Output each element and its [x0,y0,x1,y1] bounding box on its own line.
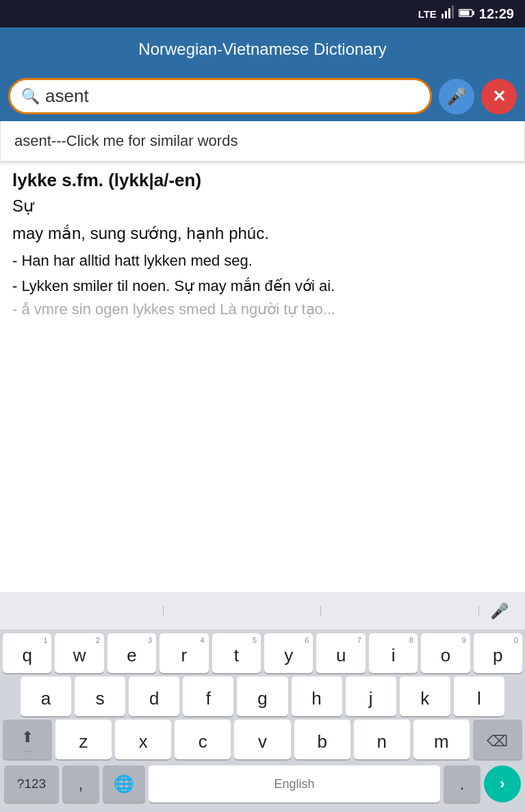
battery-icon [459,7,475,21]
key-a[interactable]: a [21,676,71,716]
dict-content: lykke s.fm. (lykk|a/-en) Sự may mắn, sun… [0,162,525,327]
key-y[interactable]: 6y [264,633,313,673]
key-c[interactable]: c [175,720,231,759]
mic-button[interactable]: 🎤 [439,79,474,114]
suggestion-word-3[interactable] [321,606,479,617]
svg-rect-5 [459,10,469,15]
key-i[interactable]: 8i [369,633,418,673]
key-x[interactable]: x [115,720,171,759]
mic-icon: 🎤 [446,87,467,106]
suggestions-row: 🎤 [0,592,525,631]
backspace-key[interactable]: ⌫ [473,720,522,759]
status-bar: LTE 12:29 [0,0,525,27]
enter-icon: › [500,775,504,793]
key-f[interactable]: f [183,676,233,716]
key-r[interactable]: 4r [159,633,208,673]
keyboard-area: 🎤 1q2w3e4r5t6y7u8i9o0p asdfghjkl ⬆—zxcvb… [0,592,525,812]
key-number: 9 [462,636,466,644]
search-icon: 🔍 [21,88,40,105]
search-input[interactable] [45,86,419,107]
key-m[interactable]: m [413,720,470,759]
dict-example-1: - Han har alltid hatt lykken med seg. [12,249,513,272]
mic-suggest-icon[interactable]: 🎤 [479,597,520,626]
key-number: 7 [357,636,361,644]
dict-partial: - å vmre sin ogen lykkes smed Là người t… [12,301,513,318]
key-d[interactable]: d [129,676,179,716]
key-number: 6 [305,636,309,644]
key-t[interactable]: 5t [212,633,261,673]
key-j[interactable]: j [346,676,396,716]
key-h[interactable]: h [292,676,342,716]
clear-button[interactable]: ✕ [481,79,517,114]
key-number: 3 [148,636,152,644]
key-number: 8 [409,636,413,644]
key-number: 0 [514,636,518,644]
status-icons: LTE 12:29 [418,5,514,23]
suggestion-word-1[interactable] [5,606,164,617]
dict-translation-1: Sự [12,194,513,218]
clear-icon: ✕ [492,87,506,106]
globe-key[interactable]: 🌐 [103,765,145,802]
period-label: . [460,774,465,794]
svg-rect-6 [472,11,474,15]
key-l[interactable]: l [454,676,504,716]
key-number: 2 [96,636,100,644]
dict-translation-2: may mắn, sung sướng, hạnh phúc. [12,221,513,246]
period-key[interactable]: . [444,765,481,802]
search-input-container[interactable]: 🔍 [8,78,432,114]
key-b[interactable]: b [294,720,350,759]
key-g[interactable]: g [237,676,287,716]
key-k[interactable]: k [400,676,450,716]
signal-icon [441,5,454,23]
key-row-1: 1q2w3e4r5t6y7u8i9o0p [0,633,525,673]
lte-icon: LTE [418,8,437,20]
status-time: 12:29 [479,6,514,22]
svg-rect-2 [448,8,450,18]
key-n[interactable]: n [354,720,410,759]
suggestion-dropdown[interactable]: asent---Click me for similar words [0,121,525,162]
svg-rect-1 [445,11,447,18]
key-w[interactable]: 2w [55,633,103,673]
globe-icon: 🌐 [114,774,134,794]
search-bar: 🔍 🎤 ✕ [0,71,525,121]
key-z[interactable]: z [55,720,112,759]
key-row-3: ⬆—zxcvbnm⌫ [0,720,525,759]
suggestion-text: asent---Click me for similar words [14,132,238,149]
key-p[interactable]: 0p [474,633,522,673]
key-q[interactable]: 1q [3,633,51,673]
svg-rect-3 [452,5,454,18]
shift-key[interactable]: ⬆— [3,720,52,759]
comma-label: , [79,774,84,794]
app-title: Norwegian-Vietnamese Dictionary [138,40,386,59]
key-v[interactable]: v [234,720,290,759]
keyboard-body: 1q2w3e4r5t6y7u8i9o0p asdfghjkl ⬆—zxcvbnm… [0,631,525,812]
key-row-2: asdfghjkl [0,676,525,716]
dict-term: lykke s.fm. (lykk|a/-en) [12,170,513,191]
enter-key[interactable]: › [484,765,521,802]
key-o[interactable]: 9o [421,633,470,673]
bottom-row: ?123 , 🌐 English . › [0,763,525,809]
suggestion-word-2[interactable] [164,606,322,617]
shift-icon: ⬆ [21,728,34,746]
key-number: 1 [43,636,47,644]
key-e[interactable]: 3e [107,633,156,673]
key-number: 5 [253,636,257,644]
svg-rect-0 [441,14,444,18]
dict-example-2: - Lykken smiler til noen. Sự may mắn đến… [12,274,513,298]
comma-key[interactable]: , [62,765,99,802]
key-number: 4 [200,636,204,644]
space-key[interactable]: English [149,765,440,802]
app-header: Norwegian-Vietnamese Dictionary [0,27,525,71]
symbols-label: ?123 [17,776,46,791]
key-u[interactable]: 7u [316,633,365,673]
key-s[interactable]: s [75,676,125,716]
backspace-icon: ⌫ [487,733,508,750]
symbols-key[interactable]: ?123 [4,765,59,802]
space-label: English [274,777,314,791]
